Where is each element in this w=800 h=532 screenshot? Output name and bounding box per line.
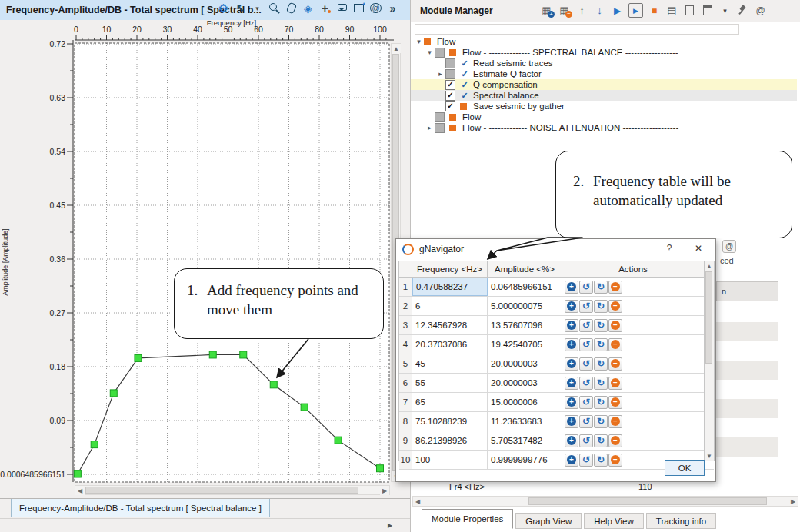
module-checkbox[interactable] — [435, 112, 445, 122]
data-point-marker[interactable] — [270, 381, 277, 388]
module-filter-input[interactable] — [415, 24, 739, 35]
add-row-button[interactable] — [565, 415, 578, 428]
frequency-cell[interactable]: 45 — [412, 354, 488, 373]
module-checkbox[interactable]: ✓ — [445, 101, 455, 111]
help-button[interactable]: ? — [663, 243, 675, 254]
add-row-button[interactable] — [565, 396, 578, 409]
add-point-icon[interactable] — [318, 2, 332, 15]
frequency-cell[interactable]: 55 — [412, 374, 488, 392]
remove-row-button[interactable] — [608, 377, 622, 390]
frequency-cell[interactable]: 12.34567928 — [412, 316, 488, 334]
layers-icon[interactable] — [302, 2, 315, 15]
tree-item-flow[interactable]: Flow — [411, 111, 797, 122]
insert-copy-up-button[interactable] — [579, 396, 593, 409]
remove-row-button[interactable] — [608, 300, 622, 313]
insert-copy-down-button[interactable] — [594, 319, 608, 332]
scroll-down-icon[interactable]: ▼ — [705, 451, 714, 461]
frequency-cell[interactable]: 6 — [412, 297, 488, 315]
frequency-column-header[interactable]: Frequency <Hz> — [412, 261, 488, 277]
zoom-icon[interactable] — [268, 2, 281, 15]
tree-item-read-seismic-traces[interactable]: ✓Read seismic traces — [411, 58, 797, 68]
insert-copy-down-button[interactable] — [594, 396, 608, 409]
mention-icon[interactable] — [754, 4, 767, 17]
scrollbar-thumb[interactable] — [705, 271, 712, 364]
expander-icon[interactable]: ▾ — [425, 48, 435, 56]
tree-item-spectral-balance[interactable]: ✓✓Spectral balance — [411, 90, 797, 101]
dialog-vertical-scrollbar[interactable]: ▲ ▼ — [704, 261, 714, 461]
amplitude-cell[interactable]: 20.0000003 — [488, 354, 562, 373]
module-checkbox[interactable] — [435, 123, 445, 133]
settings-gear-icon[interactable] — [217, 2, 230, 15]
add-row-button[interactable] — [565, 454, 578, 467]
stop-icon[interactable] — [648, 4, 661, 17]
scroll-right-icon[interactable]: ▶ — [380, 486, 389, 495]
module-checkbox[interactable] — [435, 48, 445, 58]
insert-copy-down-button[interactable] — [594, 281, 608, 294]
insert-copy-up-button[interactable] — [579, 454, 593, 467]
remove-row-button[interactable] — [608, 357, 622, 371]
frequency-cell[interactable]: 20.37037086 — [412, 335, 488, 354]
insert-copy-down-button[interactable] — [594, 454, 608, 467]
scroll-right-icon[interactable]: ▶ — [788, 497, 798, 506]
add-row-button[interactable] — [565, 357, 578, 371]
module-checkbox[interactable]: ✓ — [445, 91, 455, 101]
data-point-marker[interactable] — [240, 351, 247, 358]
insert-copy-up-button[interactable] — [579, 319, 593, 332]
tree-item-flow-spectral-balance[interactable]: ▾Flow - -------------- SPECTRAL BALANCE … — [411, 47, 797, 58]
tab-tracking-info[interactable]: Tracking info — [646, 513, 716, 529]
paste-icon[interactable] — [683, 4, 696, 17]
remove-row-button[interactable] — [608, 434, 622, 447]
add-module-icon[interactable] — [540, 4, 553, 17]
tab-graph-view[interactable]: Graph View — [515, 513, 582, 529]
insert-copy-up-button[interactable] — [579, 434, 593, 447]
add-row-button[interactable] — [565, 434, 578, 447]
insert-copy-down-button[interactable] — [594, 357, 608, 371]
add-row-button[interactable] — [565, 319, 578, 332]
more-icon[interactable] — [386, 2, 399, 15]
dialog-titlebar[interactable]: gNavigator ? ✕ — [396, 239, 715, 259]
module-checkbox[interactable] — [445, 58, 455, 68]
scroll-left-icon[interactable]: ◀ — [75, 486, 85, 495]
amplitude-cell[interactable]: 0.9999999776 — [488, 451, 562, 469]
add-row-button[interactable] — [565, 281, 578, 294]
close-icon[interactable]: ✕ — [692, 243, 705, 254]
tree-item-flow-noise-attenuation[interactable]: ▸Flow - ------------- NOISE ATTENUATION … — [411, 122, 797, 133]
scroll-left-icon[interactable]: ◀ — [413, 497, 422, 506]
tab-help-view[interactable]: Help View — [584, 513, 644, 529]
scroll-up-icon[interactable]: ▲ — [705, 261, 714, 271]
remove-module-icon[interactable] — [558, 4, 571, 17]
amplitude-cell[interactable]: 11.23633683 — [488, 412, 562, 431]
insert-copy-up-button[interactable] — [579, 300, 593, 313]
tree-item-estimate-q-factor[interactable]: ▸✓Estimate Q factor — [411, 68, 797, 79]
insert-copy-down-button[interactable] — [594, 415, 608, 428]
new-window-icon[interactable] — [701, 4, 714, 17]
data-point-marker[interactable] — [91, 441, 98, 448]
scrollbar-thumb[interactable] — [528, 497, 767, 505]
data-point-marker[interactable] — [74, 470, 81, 477]
pointer-select-icon[interactable] — [234, 2, 247, 15]
plot-horizontal-scrollbar[interactable]: ◀ ▶ — [75, 485, 390, 495]
expander-icon[interactable]: ▸ — [435, 70, 445, 78]
amplitude-cell[interactable]: 13.57607096 — [488, 316, 562, 334]
tree-item-save-seismic-by-gather[interactable]: ✓Save seismic by gather — [411, 101, 797, 111]
tab-module-properties[interactable]: Module Properties — [422, 509, 513, 529]
data-point-marker[interactable] — [335, 437, 342, 444]
ok-button[interactable]: OK — [665, 460, 705, 476]
frequency-cell[interactable]: 100 — [412, 451, 488, 469]
move-down-icon[interactable] — [593, 4, 606, 17]
amplitude-column-header[interactable]: Amplitude <%> — [488, 261, 562, 277]
export-image-icon[interactable] — [352, 2, 365, 15]
remove-row-button[interactable] — [608, 396, 622, 409]
remove-row-button[interactable] — [608, 338, 622, 351]
comment-icon[interactable] — [335, 2, 348, 15]
insert-copy-down-button[interactable] — [594, 377, 608, 390]
insert-copy-up-button[interactable] — [579, 377, 593, 390]
new-window-caret-icon[interactable] — [718, 4, 732, 17]
remove-row-button[interactable] — [608, 319, 622, 332]
amplitude-cell[interactable]: 5.000000075 — [488, 297, 562, 315]
run-icon[interactable] — [611, 4, 624, 17]
actions-column-header[interactable]: Actions — [562, 261, 704, 277]
module-checkbox[interactable]: ✓ — [445, 80, 455, 90]
remove-row-button[interactable] — [608, 281, 622, 294]
scroll-up-icon[interactable]: ▲ — [392, 44, 401, 53]
